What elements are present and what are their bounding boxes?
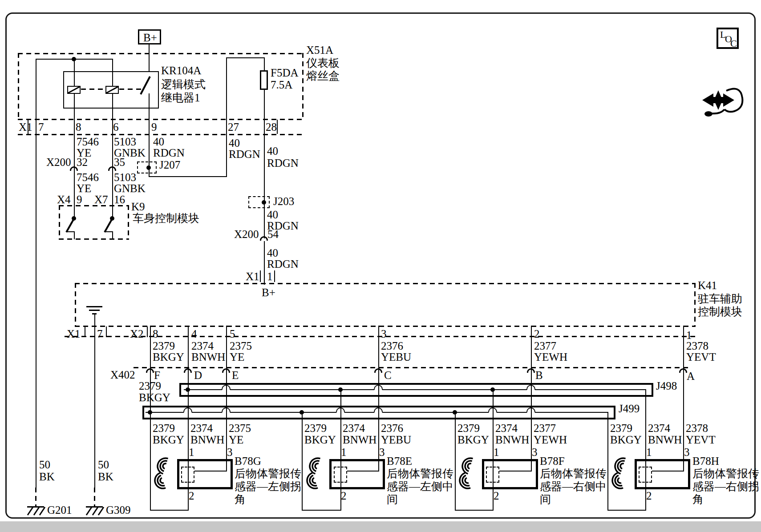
connector-x200: X200 <box>46 157 71 168</box>
k41-bplus-label: B+ <box>262 287 275 298</box>
k41-name-1: 驻车辅助 <box>698 293 742 305</box>
x2-pin-4: 4 <box>191 328 197 340</box>
wire-j207-to-27 <box>149 176 227 177</box>
wire-code: 2377 <box>534 340 556 352</box>
scan-edge-band <box>0 521 761 532</box>
wire-code: 2379 <box>610 423 632 434</box>
wire-code: 2376 <box>381 423 403 434</box>
sensor-pin1: 1 <box>646 447 652 458</box>
wire-pin6-run <box>112 94 113 218</box>
sensor-name-3: 角 <box>692 494 704 505</box>
splice-j203-dot <box>262 200 266 205</box>
sensor-pin3: 3 <box>379 447 385 458</box>
wire-return-loop <box>607 510 646 511</box>
wire-coil1-top <box>74 59 75 86</box>
x2-pin-8: 8 <box>153 328 158 340</box>
wire-color: YEBU <box>381 434 411 446</box>
connector-x402-line <box>134 367 690 368</box>
wire-code: 2375 <box>229 423 251 434</box>
sensor-pin2: 2 <box>646 490 652 502</box>
relay-name-1: 逻辑模式 <box>161 79 206 90</box>
wire-code: 2374 <box>343 423 365 434</box>
sensor-name-2: 感器—左侧中 <box>387 481 453 492</box>
connector-x7: X7 <box>94 194 108 206</box>
wire-bplus-drop <box>149 44 150 72</box>
connector-tick <box>147 326 148 337</box>
junction-dot <box>300 410 304 415</box>
wire-dashed-to-ground <box>35 488 36 507</box>
fusebox-border-bottom <box>18 119 304 120</box>
relay-coil-1 <box>67 86 81 94</box>
sensor-pin3: 3 <box>227 447 233 458</box>
wire-color: BNWH <box>190 434 224 446</box>
splice-j203-box <box>248 196 270 208</box>
j499-bus-line <box>344 412 374 413</box>
wire-code: 50 <box>98 459 109 471</box>
x402-pin-c: C <box>384 370 392 381</box>
x2-pin-2: 2 <box>534 328 540 340</box>
junction-dot <box>338 387 343 392</box>
sensor-name-1: 后物体警报传 <box>235 468 301 480</box>
j498-bus-line <box>382 389 527 390</box>
wire-code: 5103 <box>114 136 136 148</box>
sensor-pin1: 1 <box>494 447 499 458</box>
connector-x200-54: X200 <box>234 229 259 240</box>
wire-bridge-27-28 <box>226 57 265 58</box>
wire-code: 2379 <box>153 423 175 434</box>
sensor-pin2: 2 <box>189 490 194 502</box>
wire-code: 40 <box>267 145 278 157</box>
pin-6: 6 <box>113 121 119 133</box>
wire-color: YEWH <box>534 351 567 363</box>
k41-border-right <box>694 283 696 327</box>
sensor-pin3: 3 <box>684 447 690 458</box>
wire-code: 40 <box>153 136 164 148</box>
wire-code: 40 <box>267 209 278 221</box>
wire-color: YEBU <box>381 351 411 363</box>
fusebox-name-2: 熔丝盒 <box>306 70 340 82</box>
wire-color: BKGY <box>610 434 642 446</box>
shield-j498-label: J498 <box>656 380 677 392</box>
wire-return-loop <box>150 510 189 511</box>
fusebox-name-1: 仪表板 <box>306 57 340 69</box>
sensor-element <box>181 467 194 483</box>
wire-color: BKGY <box>139 392 170 403</box>
ground-symbol-bar <box>27 506 44 508</box>
connector-x1-k41: X1 <box>246 271 259 282</box>
pin-8: 8 <box>76 121 81 133</box>
junction-dot <box>490 387 495 392</box>
pin-16: 16 <box>114 194 125 206</box>
j499-bus-line <box>382 412 489 413</box>
pin-9b: 9 <box>77 194 82 206</box>
wire-code: 2374 <box>190 423 213 434</box>
j498-bus-line <box>535 389 645 390</box>
wire-code: 7546 <box>77 172 99 183</box>
k9-name: 车身控制模块 <box>133 213 199 224</box>
wire-code: 2379 <box>153 340 175 352</box>
sensor-name-2: 感器—左侧拐 <box>235 481 301 492</box>
k41-name-2: 控制模块 <box>698 306 742 318</box>
wiring-diagram-page: B+ X51A 仪表板 熔丝盒 KR104A 逻辑模式 继电器1 F5DA 7.… <box>0 0 761 532</box>
k9-switch-foot <box>105 231 113 232</box>
j499-bus-line <box>192 412 222 413</box>
sensor-pin3: 3 <box>532 447 538 458</box>
wire-code: 2378 <box>686 340 708 352</box>
ground-id-g201: G201 <box>47 504 72 516</box>
j499-bus-line <box>497 412 527 413</box>
k41-ground-bar-1 <box>86 306 102 307</box>
connector-x402-name: X402 <box>110 369 135 381</box>
fusebox-border-top <box>18 53 304 54</box>
pin-7-k41: 7 <box>97 328 103 340</box>
loc-badge-box: L O C <box>716 28 739 49</box>
wire-dashed-to-ground <box>94 488 95 507</box>
sensor-name-2: 感器—右侧拐 <box>692 481 759 492</box>
k41-ground-bar-2 <box>89 310 100 311</box>
sensor-inner-wire <box>652 471 684 472</box>
wire-color: BKGY <box>457 434 489 446</box>
junction-dot <box>453 410 457 415</box>
sensor-name-3: 间 <box>387 494 398 505</box>
sensor-name-3: 间 <box>540 494 551 505</box>
wire-code: 40 <box>267 247 278 259</box>
pin-32: 32 <box>77 157 88 168</box>
sensor-name-1: 后物体警报传 <box>387 468 453 480</box>
fuse-id: F5DA <box>271 67 299 79</box>
